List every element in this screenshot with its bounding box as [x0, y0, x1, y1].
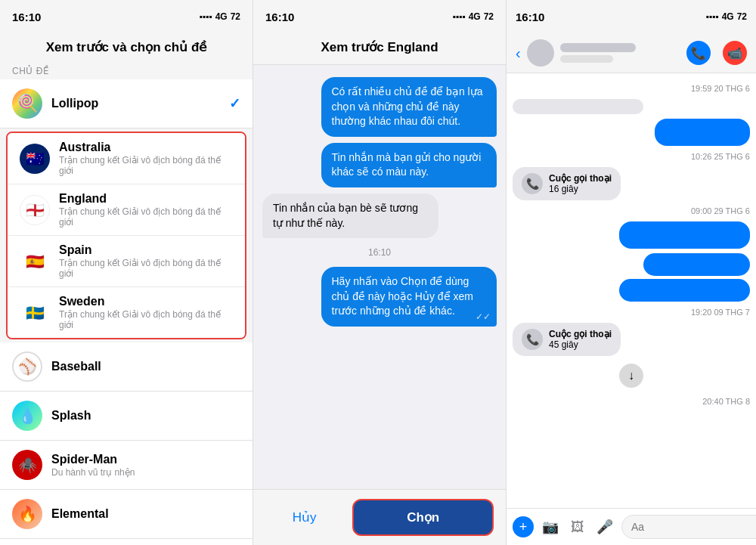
call-bubble-1: 📞 Cuộc gọi thoại 16 giây: [513, 167, 621, 200]
theme-name-lollipop: Lollipop: [51, 97, 229, 110]
theme-info-spiderman: Spider-Man Du hành vũ trụ nhện: [51, 453, 240, 478]
camera-button[interactable]: 📷: [540, 516, 561, 537]
theme-item-australia[interactable]: 🇦🇺 Australia Trận chung kết Giải vô địch…: [8, 133, 245, 184]
call-title-1: Cuộc gọi thoại: [549, 173, 612, 184]
elemental-icon: 🔥: [12, 499, 42, 529]
theme-name-spain: Spain: [59, 243, 233, 257]
preview-message-4: Hãy nhấn vào Chọn để dùng chủ đề này hoặ…: [321, 267, 497, 327]
cancel-button[interactable]: Hủy: [265, 499, 343, 536]
theme-chooser-title: Xem trước và chọn chủ đề: [12, 39, 240, 55]
theme-item-spiderman[interactable]: 🕷️ Spider-Man Du hành vũ trụ nhện: [0, 441, 253, 490]
preview-panel: 16:10 ▪▪▪▪ 4G 72 Xem trước England Có rấ…: [253, 0, 507, 545]
video-call-button[interactable]: 📹: [723, 41, 747, 65]
mic-button[interactable]: 🎤: [594, 516, 615, 537]
preview-header: Xem trước England: [253, 33, 506, 65]
lollipop-icon: 🍭: [12, 88, 42, 119]
call-text-1: Cuộc gọi thoại 16 giây: [549, 173, 612, 194]
contact-name-area: [560, 43, 686, 63]
theme-chooser-header: Xem trước và chọn chủ đề: [0, 33, 253, 61]
timestamp-1: 19:59 20 THG 6: [513, 84, 750, 93]
preview-message-3: Tin nhắn của bạn bè sẽ tương tự như thế …: [262, 194, 438, 238]
australia-flag-icon: 🇦🇺: [20, 144, 50, 174]
spiderman-icon: 🕷️: [12, 450, 42, 480]
back-button[interactable]: ‹: [516, 45, 521, 62]
sent-msg-4: [619, 279, 750, 302]
theme-item-england[interactable]: 🏴󠁧󠁢󠁥󠁮󠁧󠁿 England Trận chung kết Giải vô đ…: [8, 184, 245, 236]
theme-name-baseball: Baseball: [51, 360, 240, 373]
theme-info-lollipop: Lollipop: [51, 97, 229, 110]
call-button[interactable]: 📞: [686, 41, 711, 65]
theme-name-splash: Splash: [51, 409, 240, 423]
theme-item-splash[interactable]: 💧 Splash: [0, 392, 253, 441]
status-bar-1: 16:10 ▪▪▪▪ 4G 72: [0, 0, 253, 33]
theme-sub-spiderman: Du hành vũ trụ nhện: [51, 467, 240, 478]
theme-name-sweden: Sweden: [59, 295, 233, 308]
network-type: 4G: [215, 11, 228, 22]
theme-info-baseball: Baseball: [51, 360, 240, 373]
status-icons-2: ▪▪▪▪ 4G 72: [453, 11, 494, 22]
chat-preview-area: Có rất nhiều chủ đề để bạn lựa chọn và n…: [253, 65, 506, 489]
theme-sub-spain: Trận chung kết Giải vô địch bóng đá thế …: [59, 258, 233, 279]
theme-name-australia: Australia: [59, 141, 233, 154]
splash-icon: 💧: [12, 401, 42, 431]
timestamp-3: 09:00 29 THG 6: [513, 206, 750, 215]
theme-info-england: England Trận chung kết Giải vô địch bóng…: [59, 192, 233, 228]
theme-info-australia: Australia Trận chung kết Giải vô địch bó…: [59, 141, 233, 176]
call-icon-1: 📞: [522, 173, 543, 194]
network-3: 4G: [722, 11, 734, 22]
status-bar-2: 16:10 ▪▪▪▪ 4G 72: [253, 0, 506, 33]
scroll-down-button[interactable]: ↓: [619, 364, 643, 388]
timestamp-4: 19:20 09 THG 7: [513, 308, 750, 317]
theme-sub-england: Trận chung kết Giải vô địch bóng đá thế …: [59, 206, 233, 228]
status-icons-1: ▪▪▪▪ 4G 72: [200, 11, 240, 22]
theme-info-splash: Splash: [51, 409, 240, 423]
time-3: 16:10: [516, 11, 544, 23]
preview-time-label: 16:10: [262, 247, 497, 258]
received-msg-1: [513, 99, 643, 114]
call-icon-2: 📞: [522, 329, 543, 350]
theme-chooser-panel: 16:10 ▪▪▪▪ 4G 72 Xem trước và chọn chủ đ…: [0, 0, 253, 545]
theme-group-flags: 🇦🇺 Australia Trận chung kết Giải vô địch…: [6, 132, 246, 339]
call-duration-2: 45 giây: [549, 339, 612, 350]
signal-icon: ▪▪▪▪: [200, 11, 212, 22]
sent-msg-1: [655, 119, 750, 146]
messages-panel: 16:10 ▪▪▪▪ 4G 72 ‹ 📞 📹 19:59 20 THG 6 10…: [507, 0, 756, 545]
battery-level: 72: [231, 11, 240, 22]
sweden-flag-icon: 🇸🇪: [20, 298, 50, 328]
theme-item-sweden[interactable]: 🇸🇪 Sweden Trận chung kết Giải vô địch bó…: [8, 287, 245, 338]
add-button[interactable]: +: [513, 516, 534, 537]
preview-message-1: Có rất nhiều chủ đề để bạn lựa chọn và n…: [321, 77, 497, 137]
signal-icon-3: ▪▪▪▪: [706, 11, 719, 22]
call-duration-1: 16 giây: [549, 184, 612, 194]
theme-item-mermaid[interactable]: 🧜 The Little Mermaid: [0, 539, 253, 545]
contact-avatar: [527, 39, 554, 67]
call-text-2: Cuộc gọi thoại 45 giây: [549, 329, 612, 350]
theme-item-baseball[interactable]: ⚾ Baseball: [0, 342, 253, 392]
baseball-icon: ⚾: [12, 351, 42, 382]
messages-list: 19:59 20 THG 6 10:26 25 THG 6 📞 Cuộc gọi…: [507, 73, 756, 508]
spain-flag-icon: 🇪🇸: [20, 246, 50, 277]
theme-item-lollipop[interactable]: 🍭 Lollipop ✓: [0, 79, 253, 129]
preview-message-2: Tin nhắn mà bạn gửi cho người khác sẽ có…: [321, 143, 497, 187]
theme-list: 🍭 Lollipop ✓ 🇦🇺 Australia Trận chung kết…: [0, 79, 253, 545]
preview-title: Xem trước England: [265, 39, 494, 55]
battery-3: 72: [737, 11, 747, 22]
theme-item-elemental[interactable]: 🔥 Elemental: [0, 490, 253, 539]
chat-actions: 📞 📹: [686, 41, 747, 65]
sent-msg-3: [643, 253, 750, 276]
photo-button[interactable]: 🖼: [567, 516, 588, 537]
section-label: CHỦ ĐỀ: [0, 61, 253, 79]
theme-name-spiderman: Spider-Man: [51, 453, 240, 466]
message-input-bar: + 📷 🖼 🎤 😊 🏴󠁧󠁢󠁥󠁮󠁧󠁿: [507, 508, 756, 545]
contact-sub-placeholder: [560, 55, 613, 63]
chat-header: ‹ 📞 📹: [507, 33, 756, 73]
preview-footer: Hủy Chọn: [253, 489, 506, 545]
time-1: 16:10: [12, 11, 41, 23]
choose-button[interactable]: Chọn: [352, 499, 494, 536]
signal-icon-2: ▪▪▪▪: [453, 11, 466, 22]
message-input[interactable]: [621, 515, 756, 539]
status-bar-3: 16:10 ▪▪▪▪ 4G 72: [507, 0, 756, 33]
selected-checkmark: ✓: [229, 95, 240, 112]
call-title-2: Cuộc gọi thoại: [549, 329, 612, 339]
theme-item-spain[interactable]: 🇪🇸 Spain Trận chung kết Giải vô địch bón…: [8, 236, 245, 287]
